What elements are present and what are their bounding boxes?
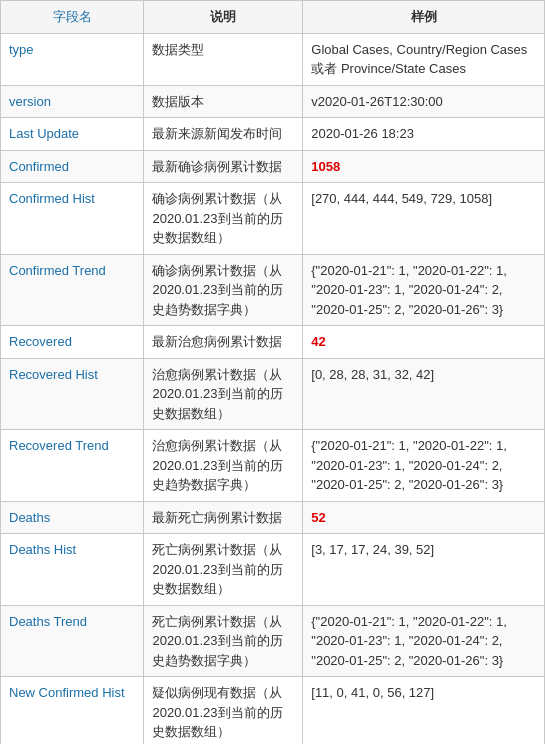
- field-desc: 数据类型: [144, 33, 303, 85]
- field-name: Recovered Hist: [1, 358, 144, 430]
- field-name: New Confirmed Hist: [1, 677, 144, 745]
- field-example: [11, 0, 41, 0, 56, 127]: [303, 677, 545, 745]
- field-name: Confirmed Hist: [1, 183, 144, 255]
- header-desc: 说明: [144, 1, 303, 34]
- field-example: 1058: [303, 150, 545, 183]
- field-example: [270, 444, 444, 549, 729, 1058]: [303, 183, 545, 255]
- table-row: Confirmed Trend确诊病例累计数据（从2020.01.23到当前的历…: [1, 254, 545, 326]
- table-row: Recovered Trend治愈病例累计数据（从2020.01.23到当前的历…: [1, 430, 545, 502]
- field-desc: 最新死亡病例累计数据: [144, 501, 303, 534]
- field-example: [0, 28, 28, 31, 32, 42]: [303, 358, 545, 430]
- table-row: Last Update最新来源新闻发布时间2020-01-26 18:23: [1, 118, 545, 151]
- field-desc: 治愈病例累计数据（从2020.01.23到当前的历史趋势数据字典）: [144, 430, 303, 502]
- table-row: type数据类型Global Cases, Country/Region Cas…: [1, 33, 545, 85]
- field-desc: 确诊病例累计数据（从2020.01.23到当前的历史趋势数据字典）: [144, 254, 303, 326]
- field-name: Confirmed Trend: [1, 254, 144, 326]
- table-row: Recovered Hist治愈病例累计数据（从2020.01.23到当前的历史…: [1, 358, 545, 430]
- field-example: 42: [303, 326, 545, 359]
- header-field: 字段名: [1, 1, 144, 34]
- table-row: New Confirmed Hist疑似病例现有数据（从2020.01.23到当…: [1, 677, 545, 745]
- field-example: 2020-01-26 18:23: [303, 118, 545, 151]
- table-row: Deaths Hist死亡病例累计数据（从2020.01.23到当前的历史数据数…: [1, 534, 545, 606]
- field-example: 52: [303, 501, 545, 534]
- field-name: type: [1, 33, 144, 85]
- field-desc: 数据版本: [144, 85, 303, 118]
- field-example: {"2020-01-21": 1, "2020-01-22": 1, "2020…: [303, 254, 545, 326]
- field-name: Recovered: [1, 326, 144, 359]
- field-desc: 最新治愈病例累计数据: [144, 326, 303, 359]
- field-desc: 治愈病例累计数据（从2020.01.23到当前的历史数据数组）: [144, 358, 303, 430]
- field-name: Confirmed: [1, 150, 144, 183]
- field-name: Deaths Hist: [1, 534, 144, 606]
- field-name: Recovered Trend: [1, 430, 144, 502]
- field-example: v2020-01-26T12:30:00: [303, 85, 545, 118]
- field-desc: 最新来源新闻发布时间: [144, 118, 303, 151]
- field-desc: 最新确诊病例累计数据: [144, 150, 303, 183]
- table-row: Confirmed最新确诊病例累计数据1058: [1, 150, 545, 183]
- field-desc: 死亡病例累计数据（从2020.01.23到当前的历史趋势数据字典）: [144, 605, 303, 677]
- header-example: 样例: [303, 1, 545, 34]
- table-row: Deaths最新死亡病例累计数据52: [1, 501, 545, 534]
- table-row: Recovered最新治愈病例累计数据42: [1, 326, 545, 359]
- field-example: [3, 17, 17, 24, 39, 52]: [303, 534, 545, 606]
- field-name: Deaths Trend: [1, 605, 144, 677]
- field-example: Global Cases, Country/Region Cases 或者 Pr…: [303, 33, 545, 85]
- field-desc: 疑似病例现有数据（从2020.01.23到当前的历史数据数组）: [144, 677, 303, 745]
- field-example: {"2020-01-21": 1, "2020-01-22": 1, "2020…: [303, 430, 545, 502]
- table-row: Deaths Trend死亡病例累计数据（从2020.01.23到当前的历史趋势…: [1, 605, 545, 677]
- table-row: version数据版本v2020-01-26T12:30:00: [1, 85, 545, 118]
- field-name: Deaths: [1, 501, 144, 534]
- field-name: version: [1, 85, 144, 118]
- field-name: Last Update: [1, 118, 144, 151]
- field-desc: 死亡病例累计数据（从2020.01.23到当前的历史数据数组）: [144, 534, 303, 606]
- data-table: 字段名 说明 样例 type数据类型Global Cases, Country/…: [0, 0, 545, 744]
- field-desc: 确诊病例累计数据（从2020.01.23到当前的历史数据数组）: [144, 183, 303, 255]
- field-example: {"2020-01-21": 1, "2020-01-22": 1, "2020…: [303, 605, 545, 677]
- table-row: Confirmed Hist确诊病例累计数据（从2020.01.23到当前的历史…: [1, 183, 545, 255]
